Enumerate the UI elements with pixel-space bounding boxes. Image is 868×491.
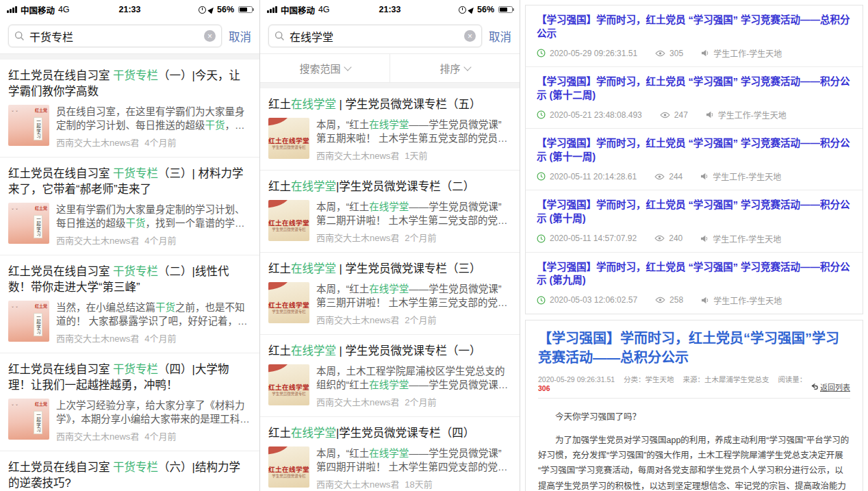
cancel-button[interactable]: 取消: [489, 28, 511, 45]
publish-date: 2020-05-29 09:26:31.51: [550, 49, 637, 58]
result-title: 红土在线学堂 | 学生党员微党课专栏（一）: [268, 343, 511, 359]
speaker-icon: [700, 235, 709, 242]
carrier-label: 中国移动: [281, 3, 315, 16]
divider-band: [0, 54, 259, 60]
result-source: 西南交大土木news君4个月前: [56, 234, 251, 247]
article-link[interactable]: 【学习强国】学而时习，红土党员 “学习强国” 学习竞赛活动——总积分公示: [537, 14, 852, 40]
network-label: 4G: [58, 5, 70, 14]
result-description: 本周，“红土在线学堂——学生党员微党课”第二期开讲啦！ 土木学生第二党支部的党员…: [316, 200, 511, 227]
clock-icon: [537, 49, 546, 58]
result-source: 西南交大土木news君4个月前: [56, 429, 251, 442]
search-result-item[interactable]: 红土在线学堂 | 学生党员微党课专栏（五） 红土在线学堂 学生党员微党课专栏 本…: [260, 88, 520, 171]
search-scope-dropdown[interactable]: 搜索范围: [260, 54, 390, 82]
eye-icon: [660, 112, 670, 118]
article-list-item[interactable]: 【学习强国】学而时习，红土党员 “学习强国” 学习竞赛活动——积分公示 (第十二…: [526, 66, 863, 128]
return-arrow-icon: [810, 383, 818, 390]
search-result-item[interactable]: 红土在线学堂 | 学生党员微党课专栏（三） 红土在线学堂 学生党员微党课专栏 本…: [260, 253, 520, 335]
result-thumbnail: 红土在线学堂 学生党员微党课专栏: [268, 118, 309, 159]
article-list-card: 【学习强国】学而时习，红土党员 “学习强国” 学习竞赛活动——总积分公示 202…: [525, 5, 863, 314]
battery-icon: [238, 6, 253, 14]
speaker-icon: [701, 297, 709, 304]
search-result-item[interactable]: 红土在线学堂|学生党员微党课专栏（二） 红土在线学堂 学生党员微党课专栏 本周，…: [260, 171, 520, 253]
search-result-item[interactable]: 红土党员在线自习室 干货专栏（二）|线性代数！带你走进大学“第三峰” ⌄⌄ 红土…: [0, 255, 259, 353]
article-list-item[interactable]: 【学习强国】学而时习，红土党员 “学习强国” 学习竞赛活动——总积分公示 202…: [526, 5, 863, 66]
search-result-item[interactable]: 红土党员在线自习室 干货专栏（六）|结构力学的逆袭技巧? ⌄⌄ 红土党 一起学习…: [0, 451, 259, 491]
status-time: 21:33: [119, 5, 141, 14]
cancel-button[interactable]: 取消: [229, 28, 251, 45]
result-thumbnail: 红土在线学堂 学生党员微党课专栏: [268, 282, 309, 323]
search-result-item[interactable]: 红土党员在线自习室 干货专栏（三）| 材料力学来了，它带着“郝老师”走来了 ⌄⌄…: [0, 158, 259, 255]
article-paragraph: 今天你学习强国了吗？: [538, 410, 850, 425]
clear-search-icon[interactable]: ×: [464, 30, 476, 42]
eye-icon: [654, 173, 665, 180]
search-result-item[interactable]: 红土党员在线自习室 干货专栏（四）|大学物理！让我们一起越挫越勇，冲鸭！ ⌄⌄ …: [0, 353, 259, 451]
result-title: 红土党员在线自习室 干货专栏（三）| 材料力学来了，它带着“郝老师”走来了: [8, 166, 251, 197]
battery-icon: [498, 6, 513, 14]
sort-dropdown[interactable]: 排序: [390, 54, 520, 82]
publish-date: 2020-05-11 14:57:07.92: [550, 234, 637, 243]
result-description: 本周，“红土在线学堂——学生党员微党课”第四期开讲啦！ 土木学生第四党支部的党员…: [316, 446, 511, 474]
back-to-list-link[interactable]: 返回列表: [810, 381, 850, 392]
carrier-label: 中国移动: [21, 3, 55, 16]
read-count: 306: [538, 384, 550, 392]
article-body: 今天你学习强国了吗？ 为了加强学生党员对学习强国app的利用，养成主动利用“学习…: [538, 399, 850, 491]
result-thumbnail: ⌄⌄ 红土党 一起学习: [8, 203, 49, 244]
category-label: 学生工作-学生天地: [713, 171, 781, 182]
category-label: 学生工作-学生天地: [713, 233, 781, 244]
result-source: 西南交大土木news君18天前: [316, 477, 511, 490]
status-time: 21:33: [379, 5, 401, 14]
result-description: 当然，在小编总结这篇干货之前，也是不知道的！ 大家都暴露学识了吧，好好记着，干城…: [56, 301, 251, 328]
divider-band: [260, 83, 520, 88]
clock-icon: [537, 172, 546, 181]
article-detail-card: 【学习强国】学而时习，红土党员“学习强国”学习竞赛活动——总积分公示 2020-…: [525, 320, 863, 491]
article-link[interactable]: 【学习强国】学而时习，红土党员 “学习强国” 学习竞赛活动——积分公示 (第十一…: [537, 137, 852, 164]
clear-search-icon[interactable]: ×: [204, 30, 216, 42]
network-label: 4G: [318, 5, 330, 14]
search-icon: [275, 31, 285, 41]
article-list-item[interactable]: 【学习强国】学而时习，红土党员 “学习强国” 学习竞赛活动——积分公示 (第十周…: [526, 190, 863, 251]
source-key: 来源：: [682, 375, 704, 383]
clock-icon: [537, 234, 546, 243]
result-thumbnail: 红土在线学堂 学生党员微党课专栏: [268, 200, 309, 241]
publish-date: 2020-05-21 23:48:08.493: [550, 110, 642, 120]
article-list-item[interactable]: 【学习强国】学而时习，红土党员 “学习强国” 学习竞赛活动——积分公示 (第十一…: [526, 128, 863, 190]
speaker-icon: [701, 49, 709, 57]
search-result-item[interactable]: 红土在线学堂|学生党员微党课专栏（四） 红土在线学堂 学生党员微党课专栏 本周，…: [260, 417, 520, 491]
category-label: 学生工作-学生天地: [718, 109, 787, 121]
result-description: 这里有学霸们为大家量身定制的学习计划、每日推送的超级干货，找到一个靠谱的学霸，敞…: [56, 203, 251, 230]
view-count: 247: [674, 110, 688, 120]
status-bar: 中国移动 4G 21:33 56%: [260, 0, 520, 19]
web-article-panel: 【学习强国】学而时习，红土党员 “学习强国” 学习竞赛活动——总积分公示 202…: [520, 0, 868, 491]
search-input[interactable]: 在线学堂 ×: [268, 25, 482, 47]
result-title: 红土在线学堂 | 学生党员微党课专栏（五）: [268, 97, 511, 112]
article-link[interactable]: 【学习强国】学而时习，红土党员 “学习强国” 学习竞赛活动——积分公示 (第九周…: [537, 261, 852, 288]
article-list-item[interactable]: 【学习强国】学而时习，红土党员 “学习强国” 学习竞赛活动——积分公示 (第九周…: [526, 252, 863, 314]
search-input[interactable]: 干货专栏 ×: [8, 25, 222, 47]
sort-label: 排序: [439, 61, 460, 75]
result-title: 红土在线学堂|学生党员微党课专栏（二）: [268, 179, 511, 194]
result-source: 西南交大土木news君2个月前: [316, 313, 511, 326]
back-label: 返回列表: [820, 381, 850, 392]
speaker-icon: [706, 111, 714, 118]
view-count: 258: [669, 295, 683, 305]
search-icon: [14, 31, 25, 41]
result-description: 员在线自习室，在这里有学霸们为大家量身定制的学习计划、每日推送的超级干货，找到一…: [56, 105, 251, 132]
category-key: 分类：: [624, 375, 646, 383]
phone-screenshot-left: 中国移动 4G 21:33 56% 干货专栏 × 取消 红土党员在线自习室 干货…: [0, 0, 260, 491]
view-count: 305: [669, 49, 683, 58]
signal-bars-icon: [7, 6, 17, 13]
search-result-item[interactable]: 红土党员在线自习室 干货专栏（一）|今天，让学霸们教你学高数 ⌄⌄ 红土党 一起…: [0, 60, 259, 158]
result-source: 西南交大土木news君4个月前: [56, 331, 251, 344]
result-description: 本周，土木工程学院犀浦校区学生党总支的组织的“红土在线学堂——学生党员微党课专栏…: [316, 364, 511, 392]
search-query-text: 在线学堂: [290, 28, 459, 45]
category-label: 学生工作-学生天地: [713, 294, 782, 306]
article-link[interactable]: 【学习强国】学而时习，红土党员 “学习强国” 学习竞赛活动——积分公示 (第十二…: [537, 75, 852, 102]
category-value: 学生天地: [646, 375, 674, 383]
article-title: 【学习强国】学而时习，红土党员“学习强国”学习竞赛活动——总积分公示: [538, 329, 850, 367]
chevron-down-icon: [463, 63, 471, 71]
result-thumbnail: ⌄⌄ 红土党 一起学习: [8, 301, 49, 342]
location-arrow-icon: [207, 5, 216, 14]
article-link[interactable]: 【学习强国】学而时习，红土党员 “学习强国” 学习竞赛活动——积分公示 (第十周…: [537, 199, 852, 225]
search-result-item[interactable]: 红土在线学堂 | 学生党员微党课专栏（一） 红土在线学堂 学生党员微党课专栏 本…: [260, 335, 520, 417]
result-title: 红土党员在线自习室 干货专栏（四）|大学物理！让我们一起越挫越勇，冲鸭！: [8, 362, 251, 393]
